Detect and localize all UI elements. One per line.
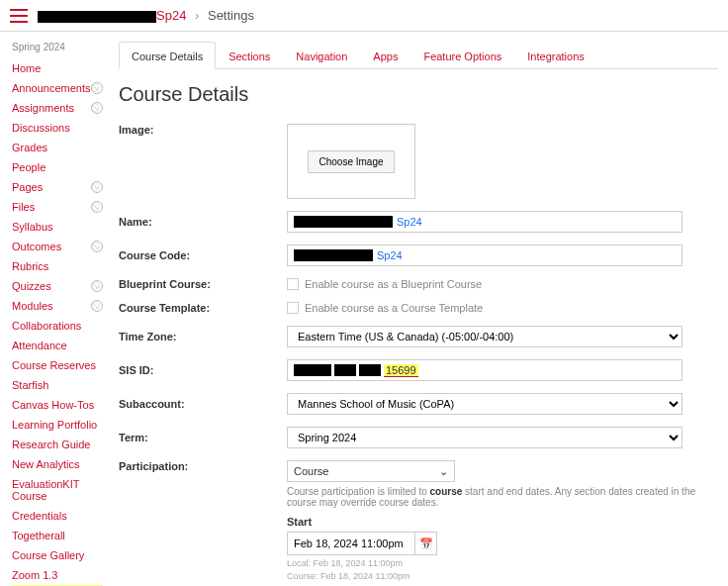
hidden-icon: ⃠ [91,181,103,193]
calendar-icon[interactable]: 📅 [415,532,437,555]
sidebar-item-label: Grades [12,142,47,153]
hamburger-icon[interactable] [10,9,28,23]
sidebar-item-label: Announcements [12,82,91,94]
blueprint-label: Blueprint Course: [119,278,287,290]
sidebar-item-outcomes[interactable]: Outcomes⃠ [12,237,103,256]
sis-id-label: SIS ID: [119,364,287,376]
sidebar-item-course-gallery[interactable]: Course Gallery [12,545,103,565]
tab-course-details[interactable]: Course Details [119,42,216,69]
sidebar-item-assignments[interactable]: Assignments⃠ [12,98,103,118]
sidebar-item-course-reserves[interactable]: Course Reserves [12,355,103,375]
sidebar-item-home[interactable]: Home [12,58,103,78]
redacted-name [294,216,393,228]
sidebar-item-label: Home [12,62,41,74]
sidebar-item-starfish[interactable]: Starfish [12,375,103,395]
sidebar-item-label: Starfish [12,379,48,391]
course-code-label: Course Code: [119,249,287,261]
start-date-input[interactable] [287,532,415,555]
sidebar-item-label: EvaluationKIT Course [12,478,103,502]
participation-select[interactable]: Course ⌄ [287,460,455,482]
course-image-box: Choose Image [287,124,415,199]
redacted-course-name [38,11,156,23]
blueprint-text: Enable course as a Blueprint Course [305,278,482,290]
sidebar-item-canvas-how-tos[interactable]: Canvas How-Tos [12,395,103,415]
sidebar-item-label: Files [12,201,35,213]
hidden-icon: ⃠ [91,102,103,114]
blueprint-checkbox[interactable] [287,278,299,290]
sidebar-item-discussions[interactable]: Discussions [12,118,103,138]
start-note-local: Local: Feb 18, 2024 11:00pm [287,558,712,568]
sidebar-item-label: New Analytics [12,458,79,470]
template-checkbox-row: Enable course as a Course Template [287,302,682,314]
sidebar-item-label: Zoom 1.3 [12,569,57,581]
breadcrumb-current: Settings [208,8,254,23]
sidebar-item-label: Collaborations [12,320,81,332]
term-select[interactable]: Spring 2024 [287,427,682,448]
page-title: Course Details [119,83,718,106]
course-name-suffix: Sp24 [397,216,422,228]
sidebar-item-label: Discussions [12,122,70,134]
breadcrumb-separator: › [195,8,199,23]
hidden-icon: ⃠ [91,201,103,213]
choose-image-button[interactable]: Choose Image [308,150,394,173]
course-code-input[interactable]: Sp24 [287,244,682,266]
tab-navigation[interactable]: Navigation [283,42,360,68]
sidebar-item-quizzes[interactable]: Quizzes⃠ [12,276,103,296]
term-label-field: Term: [119,432,287,443]
participation-value: Course [294,465,328,477]
sidebar-item-grades[interactable]: Grades [12,138,103,157]
tab-feature-options[interactable]: Feature Options [410,42,514,68]
course-nav: Spring 2024 HomeAnnouncements⃠Assignment… [0,32,109,586]
sidebar-item-new-analytics[interactable]: New Analytics [12,454,103,474]
sidebar-item-modules[interactable]: Modules⃠ [12,296,103,316]
name-label: Name: [119,216,287,228]
subaccount-label: Subaccount: [119,398,287,410]
sidebar-item-pages[interactable]: Pages⃠ [12,177,103,197]
sidebar-item-rubrics[interactable]: Rubrics [12,256,103,276]
participation-hint: Course participation is limited to cours… [287,486,712,508]
sidebar-item-credentials[interactable]: Credentials [12,506,103,526]
template-text: Enable course as a Course Template [305,302,483,314]
top-bar: Sp24 › Settings [0,0,728,32]
sidebar-item-label: Research Guide [12,439,91,450]
course-code-suffix: Sp24 [377,249,403,261]
term-label: Spring 2024 [12,42,103,52]
timezone-select[interactable]: Eastern Time (US & Canada) (-05:00/-04:0… [287,326,682,347]
subaccount-select[interactable]: Mannes School of Music (CoPA) [287,393,682,415]
template-label: Course Template: [119,302,287,314]
tab-integrations[interactable]: Integrations [514,42,596,68]
main-content: Course DetailsSectionsNavigationAppsFeat… [109,32,728,586]
hidden-icon: ⃠ [91,82,103,94]
sidebar-item-learning-portfolio[interactable]: Learning Portfolio [12,415,103,435]
sidebar-item-togetherall[interactable]: Togetherall [12,526,103,545]
image-label: Image: [119,124,287,136]
sidebar-item-label: Assignments [12,102,74,114]
tab-sections[interactable]: Sections [216,42,283,68]
participation-label: Participation: [119,460,287,472]
sidebar-item-label: Outcomes [12,241,61,252]
course-name-input[interactable]: Sp24 [287,211,682,233]
sidebar-item-files[interactable]: Files⃠ [12,197,103,217]
sidebar-item-syllabus[interactable]: Syllabus [12,217,103,237]
settings-tabs: Course DetailsSectionsNavigationAppsFeat… [119,42,718,69]
sidebar-item-zoom-1-3[interactable]: Zoom 1.3 [12,565,103,585]
sidebar-item-label: Syllabus [12,221,53,233]
sidebar-item-announcements[interactable]: Announcements⃠ [12,78,103,98]
sidebar-item-collaborations[interactable]: Collaborations [12,316,103,336]
blueprint-checkbox-row: Enable course as a Blueprint Course [287,278,682,290]
start-note-course: Course: Feb 18, 2024 11:00pm [287,571,712,581]
sis-id-highlight: 15699 [384,364,418,377]
hidden-icon: ⃠ [91,280,103,292]
sidebar-item-evaluationkit-course[interactable]: EvaluationKIT Course [12,474,103,506]
sidebar-item-label: People [12,161,46,173]
sidebar-item-attendance[interactable]: Attendance [12,336,103,355]
breadcrumb-course[interactable]: Sp24 [38,8,190,23]
sidebar-item-research-guide[interactable]: Research Guide [12,435,103,454]
template-checkbox[interactable] [287,302,299,314]
sidebar-item-label: Canvas How-Tos [12,399,94,411]
hidden-icon: ⃠ [91,300,103,312]
sis-id-input[interactable]: 15699 [287,359,682,381]
tab-apps[interactable]: Apps [360,42,410,68]
sidebar-item-people[interactable]: People [12,157,103,177]
sidebar-item-label: Credentials [12,510,67,522]
